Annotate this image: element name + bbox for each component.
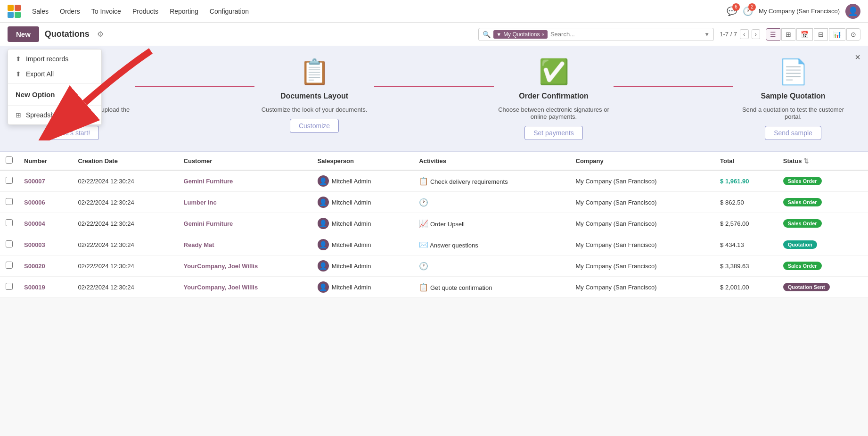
row-customer[interactable]: YourCompany, Joel Willis	[178, 277, 312, 298]
new-option-label: New Option	[16, 90, 55, 99]
messages-badge[interactable]: 💬 6	[727, 6, 737, 16]
col-total[interactable]: Total	[714, 152, 778, 170]
pagination-next[interactable]: ›	[752, 29, 760, 39]
view-calendar[interactable]: 📅	[796, 28, 813, 41]
documents-step-desc: Customize the look of your documents.	[262, 106, 368, 113]
col-number[interactable]: Number	[18, 152, 72, 170]
table-body: S00007 02/22/2024 12:30:24 Gemini Furnit…	[0, 170, 868, 298]
activity-icon[interactable]: 🕐	[419, 262, 428, 270]
row-customer[interactable]: Ready Mat	[178, 234, 312, 255]
row-customer[interactable]: Gemini Furniture	[178, 170, 312, 192]
col-company[interactable]: Company	[570, 152, 715, 170]
banner-close-button[interactable]: ×	[855, 52, 860, 63]
customer-link[interactable]: Lumber Inc	[184, 199, 217, 206]
export-all-item[interactable]: ⬆ Export All	[8, 66, 101, 82]
row-activity[interactable]: 📈 Order Upsell	[413, 213, 570, 234]
new-button[interactable]: New	[8, 26, 39, 42]
order-number-link[interactable]: S00004	[24, 220, 45, 227]
col-activities[interactable]: Activities	[413, 152, 570, 170]
activity-icon[interactable]: 📈	[419, 220, 428, 228]
company-step-btn[interactable]: Let's start!	[51, 126, 99, 140]
order-number-link[interactable]: S00019	[24, 284, 45, 291]
select-all-checkbox[interactable]	[6, 156, 13, 164]
row-activity[interactable]: 📋 Get quote confirmation	[413, 277, 570, 298]
view-grid[interactable]: ⊟	[814, 28, 828, 41]
view-list[interactable]: ☰	[766, 28, 780, 41]
row-checkbox[interactable]	[6, 198, 13, 205]
view-kanban[interactable]: ⊞	[781, 28, 795, 41]
row-checkbox-cell[interactable]	[0, 213, 18, 234]
documents-step-btn[interactable]: Customize	[290, 119, 339, 133]
activity-icon[interactable]: 📋	[419, 177, 428, 185]
row-activity[interactable]: 📋 Check delivery requirements	[413, 170, 570, 192]
customer-link[interactable]: Gemini Furniture	[184, 178, 233, 185]
order-number-link[interactable]: S00003	[24, 241, 45, 248]
company-name[interactable]: My Company (San Francisco)	[759, 8, 840, 15]
row-number[interactable]: S00004	[18, 213, 72, 234]
order-number-link[interactable]: S00007	[24, 178, 45, 185]
row-customer[interactable]: Lumber Inc	[178, 192, 312, 213]
row-checkbox-cell[interactable]	[0, 170, 18, 192]
nav-reporting[interactable]: Reporting	[170, 6, 198, 17]
gear-icon[interactable]: ⚙	[97, 30, 104, 39]
spreadsheet-item[interactable]: ⊞ Spreadsheet ›	[8, 107, 101, 123]
row-status: Sales Order	[778, 192, 868, 213]
filter-tag[interactable]: ▼ My Quotations ×	[493, 30, 548, 39]
activity-icon[interactable]: 🕐	[419, 198, 428, 206]
row-checkbox[interactable]	[6, 219, 13, 226]
row-activity[interactable]: 🕐	[413, 192, 570, 213]
search-dropdown-icon[interactable]: ▼	[702, 31, 710, 38]
row-number[interactable]: S00019	[18, 277, 72, 298]
user-avatar[interactable]: 👤	[845, 4, 860, 19]
activity-icon[interactable]: 📋	[419, 283, 428, 291]
alerts-badge[interactable]: 🕐 2	[743, 6, 753, 16]
col-salesperson[interactable]: Salesperson	[312, 152, 414, 170]
nav-products[interactable]: Products	[132, 6, 158, 17]
row-checkbox[interactable]	[6, 240, 13, 247]
customer-link[interactable]: Ready Mat	[184, 241, 214, 248]
row-checkbox-cell[interactable]	[0, 255, 18, 277]
order-number-link[interactable]: S00020	[24, 263, 45, 270]
view-chart[interactable]: 📊	[829, 28, 845, 41]
col-check-all[interactable]	[0, 152, 18, 170]
order-step-btn[interactable]: Set payments	[524, 126, 583, 140]
pagination-prev[interactable]: ‹	[740, 29, 748, 39]
order-number-link[interactable]: S00006	[24, 199, 45, 206]
col-sort-icon[interactable]: ⇅	[803, 157, 809, 165]
row-customer[interactable]: Gemini Furniture	[178, 213, 312, 234]
row-checkbox[interactable]	[6, 283, 13, 290]
col-customer[interactable]: Customer	[178, 152, 312, 170]
row-number[interactable]: S00007	[18, 170, 72, 192]
sample-step-btn[interactable]: Send sample	[765, 126, 821, 140]
customer-link[interactable]: Gemini Furniture	[184, 220, 233, 227]
row-activity[interactable]: ✉️ Answer questions	[413, 234, 570, 255]
row-number[interactable]: S00020	[18, 255, 72, 277]
nav-orders[interactable]: Orders	[60, 6, 80, 17]
filter-remove-icon[interactable]: ×	[542, 32, 545, 37]
row-checkbox-cell[interactable]	[0, 192, 18, 213]
new-option-item[interactable]: New Option	[8, 86, 101, 103]
nav-sales[interactable]: Sales	[32, 6, 49, 17]
logo[interactable]	[8, 5, 21, 18]
nav-configuration[interactable]: Configuration	[210, 6, 249, 17]
row-customer[interactable]: YourCompany, Joel Willis	[178, 255, 312, 277]
row-checkbox[interactable]	[6, 177, 13, 184]
row-checkbox-cell[interactable]	[0, 277, 18, 298]
col-creation-date[interactable]: Creation Date	[72, 152, 178, 170]
row-number[interactable]: S00003	[18, 234, 72, 255]
import-records-item[interactable]: ⬆ Import records	[8, 51, 101, 66]
activity-label: Get quote confirmation	[430, 284, 492, 291]
activity-icon[interactable]: ✉️	[419, 241, 428, 249]
customer-link[interactable]: YourCompany, Joel Willis	[184, 284, 258, 291]
row-checkbox-cell[interactable]	[0, 234, 18, 255]
nav-to-invoice[interactable]: To Invoice	[91, 6, 121, 17]
customer-link[interactable]: YourCompany, Joel Willis	[184, 263, 258, 270]
search-input[interactable]	[550, 31, 699, 38]
row-number[interactable]: S00006	[18, 192, 72, 213]
row-activity[interactable]: 🕐	[413, 255, 570, 277]
row-checkbox[interactable]	[6, 262, 13, 269]
status-badge: Sales Order	[783, 198, 822, 206]
table-row: S00020 02/22/2024 12:30:24 YourCompany, …	[0, 255, 868, 277]
col-status[interactable]: Status ⇅	[778, 152, 868, 170]
view-activity[interactable]: ⊙	[846, 28, 860, 41]
